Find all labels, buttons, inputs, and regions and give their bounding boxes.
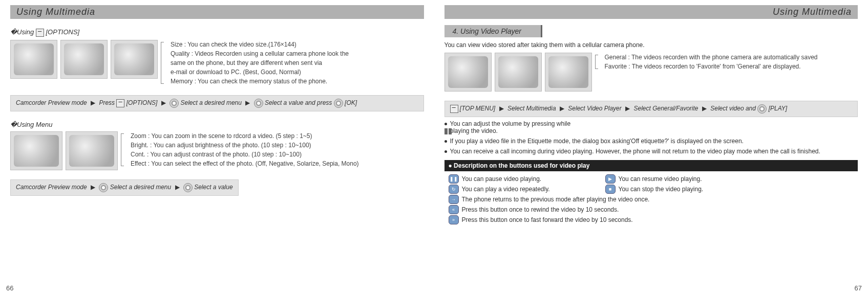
bar-b: Select Multimedia	[507, 105, 556, 112]
button-table: ❚❚ You can pause video playing. ▶ You ca…	[449, 174, 858, 224]
play-icon: ▶	[605, 174, 616, 184]
repeat-icon: ↻	[449, 185, 459, 194]
dpad-icon	[183, 183, 193, 192]
menu-section-label: �Using Menu	[10, 121, 424, 128]
bar-c: Select Video Player	[568, 105, 622, 112]
bar-e: Select video and	[710, 105, 756, 112]
menu-item: Cont. : You can adjust contrast of the p…	[131, 150, 359, 159]
genfav-item: General : The videos recorden with the p…	[605, 53, 818, 62]
options-icon	[116, 99, 124, 107]
thumbnail	[495, 53, 542, 92]
desc-header-text: Description on the buttons used for vide…	[454, 162, 589, 169]
play-icon	[757, 104, 767, 114]
thumbnail	[10, 40, 57, 79]
thumbnail	[545, 53, 592, 92]
pause-icon: ❚❚	[449, 174, 459, 184]
bar1-pre: Camcorder Preview mode	[16, 99, 87, 106]
bar2-mid: Select a desired menu	[110, 184, 171, 191]
once-icon: →	[449, 195, 459, 204]
bar-top: [TOP MENU]	[460, 105, 495, 112]
dpad-icon	[254, 99, 263, 108]
instruction-bar-2: Camcorder Preview mode ▶ Select a desire…	[10, 179, 239, 196]
bullet-text-0: You can adjust the volume by pressing wh…	[450, 120, 571, 134]
menu-icon	[450, 105, 458, 113]
rewind-icon: «	[449, 205, 459, 214]
option-item: e-mail or download to PC. (Best, Good, N…	[171, 67, 349, 77]
options-section-label: �Using [OPTIONS]	[10, 28, 424, 37]
thumbnail	[444, 53, 492, 92]
page-title-right: Using Multimedia	[444, 5, 858, 19]
fastforward-icon: »	[449, 215, 459, 224]
bar2-pre: Camcorder Preview mode	[16, 184, 87, 191]
option-item: Size : You can check the video size.(176…	[171, 40, 349, 49]
bar1-end-pre: Select a value and press	[265, 99, 332, 106]
section-heading: 4. Using Video Player	[444, 25, 542, 37]
btn-desc: Press this button once to fast forward t…	[462, 216, 633, 223]
option-item: Quality : Videos Recorden using a cellul…	[171, 49, 349, 58]
bullet-text: If you play a video file in the Etiquett…	[450, 138, 744, 145]
page-title-left: Using Multimedia	[10, 5, 424, 19]
bar1-opt: [OPTIONS]	[126, 99, 158, 106]
instruction-bar-3: [TOP MENU] ▶ Select Multimedia ▶ Select …	[444, 101, 858, 117]
description-header: ● Description on the buttons used for vi…	[444, 160, 858, 171]
volume-up-icon	[444, 128, 448, 134]
instruction-bar-1: Camcorder Preview mode ▶ Press [OPTIONS]…	[10, 95, 424, 111]
options-label-text: �Using	[10, 28, 34, 36]
page-number: 66	[6, 284, 13, 292]
thumbnail	[60, 40, 108, 79]
btn-desc: Press this button once to rewind the vid…	[462, 206, 619, 213]
bar1-ok: [OK]	[345, 99, 357, 106]
thumbnail	[10, 131, 62, 170]
bar-play: [PLAY]	[769, 105, 787, 112]
btn-desc: You can pause video playing.	[462, 175, 605, 183]
option-item: Memory : You can check the memory status…	[171, 77, 349, 86]
menu-item: Bright. : You can adjust brightness of t…	[131, 141, 359, 150]
btn-desc: You can resume video playing.	[619, 175, 702, 183]
bullet-text: You can receive a call incoming during v…	[450, 148, 820, 155]
bar1-mid: Select a desired menu	[181, 99, 242, 106]
volume-down-icon	[449, 128, 452, 134]
options-icon-label: [OPTIONS]	[46, 28, 80, 36]
dpad-icon	[170, 99, 179, 108]
btn-desc: The phone returns to the previous mode a…	[462, 196, 650, 203]
menu-item: Effect : You can select the effect of th…	[131, 159, 359, 168]
thumbnail	[111, 40, 158, 79]
bar-d: Select General/Favorite	[633, 105, 698, 112]
btn-desc: You can stop the video playing.	[619, 186, 704, 193]
bar2-end: Select a value	[194, 184, 232, 191]
thumbnail	[66, 131, 118, 170]
bar1-press: Press	[99, 99, 115, 106]
btn-desc: You can play a video repeatedly.	[462, 186, 605, 193]
page-number: 67	[855, 284, 862, 292]
menu-item: Zoom : You can zoom in the scene to rdco…	[131, 131, 359, 141]
dpad-icon	[99, 183, 108, 192]
stop-icon: ■	[605, 185, 616, 194]
bullet-text: You can adjust the volume by pressing wh…	[450, 120, 575, 134]
options-icon	[36, 29, 44, 37]
intro-text: You can view video stored after taking t…	[444, 41, 858, 49]
option-item: same on the phone, but they are differen…	[171, 58, 349, 67]
ok-icon	[334, 99, 343, 108]
genfav-item: Favorite : The videos recorden to 'Favor…	[605, 62, 818, 71]
